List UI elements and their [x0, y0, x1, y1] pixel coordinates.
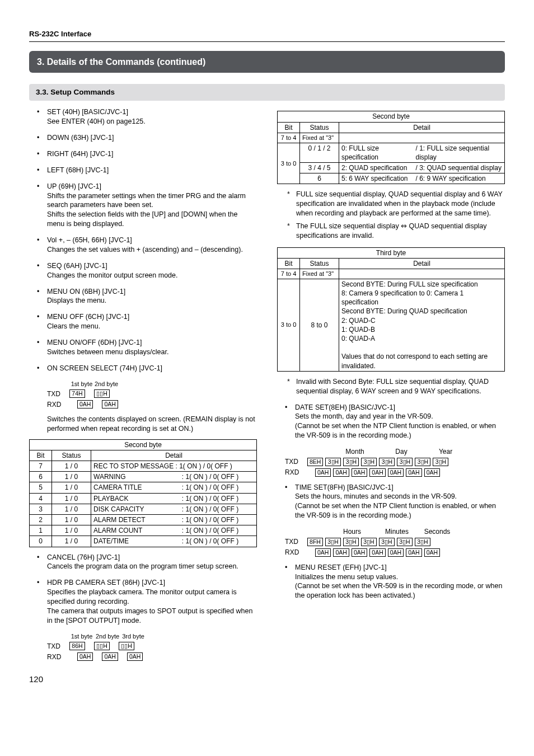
cell: 3 to 0 [278, 279, 300, 371]
byte-box: 3▯H [415, 538, 430, 546]
table-row: 7 to 4Fixed at "3" [278, 269, 505, 279]
command-list: DATE SET(8EH) [BASIC/JVC-1] Sets the mon… [277, 403, 505, 441]
cell-part: : 1( ON ) / 0( OFF ) [182, 494, 238, 503]
cell: 1 / 0 [52, 461, 91, 472]
table-header: Status [52, 450, 91, 461]
table-title: Second byte [278, 111, 505, 122]
byte-box: 3▯H [379, 538, 395, 546]
byte-box: 0AH [424, 548, 440, 557]
seg-label: Seconds [417, 527, 457, 536]
cell-part: ALARM DETECT [93, 515, 182, 524]
rxd-label: RXD [285, 468, 307, 477]
cell: 7 to 4 [278, 133, 300, 143]
cmd-title: SEQ (6AH) [JVC-1] [47, 262, 107, 270]
second-byte-table-right: Second byte Bit Status Detail 7 to 4Fixe… [277, 111, 505, 184]
cell: REC TO STOP MESSAGE : 1( ON ) / 0( OFF ) [91, 461, 257, 472]
cell: 6 [30, 472, 52, 482]
byte-box: 0AH [127, 652, 143, 661]
notes: FULL size sequential display, QUAD seque… [277, 190, 505, 240]
byte-box: 3▯H [343, 538, 359, 546]
table-header: Status [300, 122, 339, 133]
byte-box: 0AH [369, 468, 385, 477]
cell: 5 [30, 482, 52, 493]
third-byte-table: Third byte Bit Status Detail 7 to 4Fixed… [277, 247, 505, 372]
table-row: 51 / 0CAMERA TITLE: 1( ON ) / 0( OFF ) [30, 482, 257, 493]
cmd-title: DATE SET(8EH) [BASIC/JVC-1] [295, 403, 395, 411]
cell: DATE/TIME: 1( ON ) / 0( OFF ) [91, 536, 257, 547]
cell-part: : 1( ON ) / 0( OFF ) [182, 537, 238, 546]
cell-part: : 1( ON ) / 0( OFF ) [182, 472, 238, 481]
cmd-title: LEFT (68H) [JVC-1] [47, 166, 109, 174]
cell: 5: 6 WAY specification [339, 173, 414, 184]
txd-label: TXD [285, 537, 307, 546]
table-row: 6 5: 6 WAY specification / 6: 9 WAY spec… [278, 173, 505, 184]
table-title: Second byte [30, 439, 257, 450]
cell: 1 / 0 [52, 472, 91, 482]
cell: 0: FULL size specification [339, 143, 414, 162]
cmd-desc: Specifies the playback camera. The monit… [47, 588, 252, 624]
cell: 6 [300, 173, 339, 184]
byte-box: ▯▯H [119, 642, 134, 650]
cmd-desc: Switches between menu displays/clear. [47, 348, 168, 356]
seg-label: Year [420, 447, 471, 456]
table-header: Detail [339, 122, 505, 133]
cell: 1 [30, 525, 52, 536]
table-header: Detail [339, 258, 505, 269]
cmd-title: MENU OFF (6CH) [JVC-1] [47, 313, 129, 321]
rxd-label: RXD [285, 548, 307, 557]
cell: Fixed at "3" [300, 133, 339, 143]
cell: ALARM DETECT: 1( ON ) / 0( OFF ) [91, 515, 257, 525]
byte-box: 0AH [102, 400, 118, 408]
table-row: 61 / 0WARNING: 1( ON ) / 0( OFF ) [30, 472, 257, 482]
byte-box: 0AH [388, 468, 404, 477]
note: The FULL size sequential display ⇔ QUAD … [287, 222, 505, 241]
onscreen-desc: Switches the contents displayed on scree… [29, 415, 257, 434]
byte-box: 0AH [352, 468, 367, 477]
byte-box: ▯▯H [94, 389, 110, 398]
table-title: Third byte [278, 247, 505, 258]
byte-box: 74H [69, 389, 85, 398]
cell-part: ALARM COUNT [93, 526, 182, 535]
cell: Fixed at "3" [300, 269, 339, 279]
left-column: SET (40H) [BASIC/JVC-1] See ENTER (40H) … [29, 107, 257, 667]
cmd-desc: Initializes the menu setup values. (Cann… [295, 573, 502, 600]
cell: 0 / 1 / 2 [300, 143, 339, 162]
cmd-desc: Changes the set values with + (ascending… [47, 246, 243, 253]
byte-box: 0AH [315, 468, 331, 477]
txd-label: TXD [285, 457, 307, 466]
byte-box: 0AH [77, 652, 93, 661]
table-row: 3 to 0 0 / 1 / 2 0: FULL size specificat… [278, 143, 505, 162]
byte-box: 0AH [315, 548, 331, 557]
cell: 3 / 4 / 5 [300, 162, 339, 173]
byte-box: 0AH [77, 400, 93, 408]
table-header: Bit [278, 258, 300, 269]
cell-part: : 1( ON ) / 0( OFF ) [182, 515, 238, 524]
byte-box: 0AH [333, 468, 349, 477]
cmd-title: CANCEL (76H) [JVC-1] [47, 553, 120, 561]
table-header: Bit [30, 450, 52, 461]
cell: 3 [30, 504, 52, 514]
cmd-title: TIME SET(8FH) [BASIC/JVC-1] [295, 483, 394, 491]
second-byte-table: Second byte Bit Status Detail 71 / 0REC … [29, 439, 257, 547]
table-header: Status [300, 258, 339, 269]
table-row: 11 / 0ALARM COUNT: 1( ON ) / 0( OFF ) [30, 525, 257, 536]
cmd-title: SET (40H) [BASIC/JVC-1] [47, 108, 128, 116]
table-header: Bit [278, 122, 300, 133]
byte-box: 3▯H [325, 538, 341, 546]
table-row: 01 / 0DATE/TIME: 1( ON ) / 0( OFF ) [30, 536, 257, 547]
cell: 1 / 0 [52, 493, 91, 504]
byte-label: 2nd byte [94, 380, 119, 388]
cell: DISK CAPACITY: 1( ON ) / 0( OFF ) [91, 504, 257, 514]
onscreen-byte-diagram: 1st byte 2nd byte TXD 74H ▯▯H RXD 0AH 0A… [47, 380, 257, 409]
notes: Invalid with Second Byte: FULL size sequ… [277, 377, 505, 396]
byte-box: 0AH [388, 548, 404, 557]
cell: 8 to 0 [300, 279, 339, 371]
byte-label: 3rd byte [121, 632, 146, 641]
cell: WARNING: 1( ON ) / 0( OFF ) [91, 472, 257, 482]
cell-detail: Second BYTE: During FULL size specificat… [341, 280, 502, 370]
byte-box: 0AH [424, 468, 440, 477]
cmd-title: MENU ON/OFF (6DH) [JVC-1] [47, 339, 142, 346]
right-column: Second byte Bit Status Detail 7 to 4Fixe… [277, 107, 505, 667]
byte-box: 8FH [307, 538, 323, 546]
command-list: MENU RESET (EFH) [JVC-1] Initializes the… [277, 563, 505, 601]
